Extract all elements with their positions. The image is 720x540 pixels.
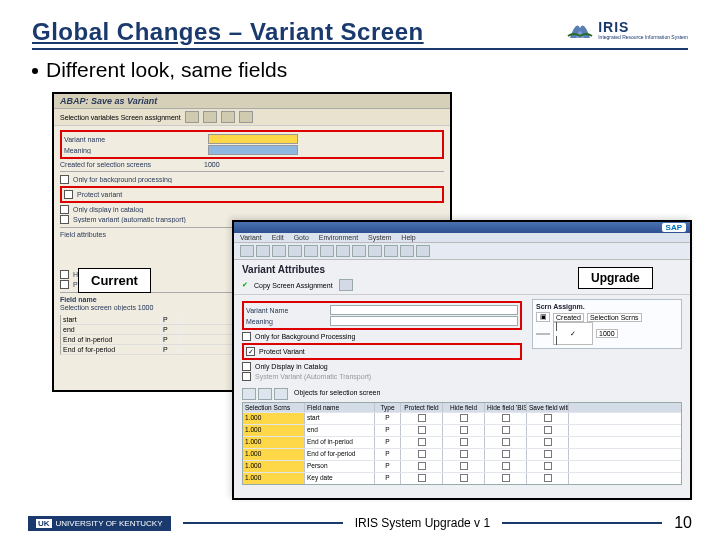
sa-col-created: Created [553,313,584,322]
table-row: End of in-period [61,335,161,344]
label-field-attrs: Field attributes [60,231,200,238]
grid-col: Hide field [443,403,485,412]
grid-col: Field name [305,403,375,412]
shot1-titlebar: ABAP: Save as Variant [54,94,450,109]
screenshot-upgrade: SAP Variant Edit Goto Environment System… [232,220,692,500]
icon-button[interactable] [336,245,350,257]
icon-button[interactable] [416,245,430,257]
toolbar-button[interactable] [203,111,217,123]
icon-button[interactable] [288,245,302,257]
iris-icon [566,18,594,40]
checkbox-checked[interactable] [556,322,590,345]
screen-assignment-box: Scrn Assignm. ▣ Created Selection Scrns … [532,299,682,349]
checkbox[interactable] [60,205,69,214]
sap-badge: SAP [662,223,686,232]
checkbox[interactable] [64,190,73,199]
icon-button[interactable] [240,245,254,257]
checkbox[interactable] [242,362,251,371]
highlight-protect: Protect variant [60,186,444,203]
menu-item[interactable]: System [368,234,391,241]
checkbox-checked[interactable] [246,347,255,356]
menu-item[interactable]: Variant [240,234,262,241]
menu-item[interactable]: Edit [272,234,284,241]
shot2-menubar: Variant Edit Goto Environment System Hel… [234,233,690,243]
menu-item[interactable]: Goto [294,234,309,241]
toolbar-button[interactable] [221,111,235,123]
grid-row: 1.000End of in-periodP [243,436,681,448]
logo-sub: Integrated Resource Information System [598,35,688,40]
upgrade-callout: Upgrade [578,267,653,289]
input-meaning-2[interactable] [330,316,518,326]
current-callout: Current [78,268,151,293]
label-catalog-2: Only Display in Catalog [255,363,328,370]
uk-badge: UK UNIVERSITY OF KENTUCKY [28,516,171,531]
bullet-item: Different look, same fields [32,58,688,82]
label-catalog: Only display in catalog [73,206,213,213]
grid-col: Selection Scrns [243,403,305,412]
checkbox[interactable] [60,215,69,224]
checkbox[interactable] [242,372,251,381]
grid-col: Protect field [401,403,443,412]
grid-button[interactable] [274,388,288,400]
logo-text: IRIS [598,19,688,35]
label-meaning: Meaning [64,147,204,154]
page-title: Global Changes – Variant Screen [32,18,424,46]
label-sysvar-2: System Variant (Automatic Transport) [255,373,371,380]
checkbox[interactable] [60,280,69,289]
uk-mark: UK [36,519,52,528]
page-number: 10 [674,514,692,532]
label-sysvar: System variant (automatic transport) [73,216,213,223]
toolbar-button[interactable] [185,111,199,123]
shot1-toolbar: Selection variables Screen assignment [54,109,450,126]
grid-button[interactable] [258,388,272,400]
icon-button[interactable] [384,245,398,257]
grid-toolbar: Objects for selection screen [242,386,682,402]
highlight-variant-name: Variant name Meaning [60,130,444,159]
grid-col: Type [375,403,401,412]
grid-row: 1.000Key dateP [243,472,681,484]
grid-row: 1.000PersonP [243,460,681,472]
uk-text: UNIVERSITY OF KENTUCKY [56,519,163,528]
icon-button[interactable] [352,245,366,257]
label-sel-scr: Selection screen objects 1000 [60,304,200,311]
table-row: start [61,315,161,324]
objects-label: Objects for selection screen [290,388,384,400]
label-variant-name: Variant name [64,136,204,143]
icon-button[interactable] [272,245,286,257]
label-variant-name-2: Variant Name [246,307,326,314]
table-row: end [61,325,161,334]
icon-button[interactable] [368,245,382,257]
grid-row: 1.000startP [243,412,681,424]
sub-label: Copy Screen Assignment [254,282,333,289]
checkbox[interactable] [60,270,69,279]
toolbar-text: Selection variables Screen assignment [60,114,181,121]
sa-check[interactable] [536,333,550,335]
highlight-variant-name-2: Variant Name Meaning [242,301,522,330]
label-field-name: Field name [60,296,200,303]
grid-row: 1.000endP [243,424,681,436]
grid-col: Hide field 'BIS' [485,403,527,412]
table-row: End of for-period [61,345,161,354]
menu-item[interactable]: Environment [319,234,358,241]
grid-button[interactable] [242,388,256,400]
bullet-icon [32,68,38,74]
checkbox[interactable] [242,332,251,341]
icon-button[interactable] [256,245,270,257]
iris-logo: IRIS Integrated Resource Information Sys… [566,18,688,40]
grid-row: 1.000End of for-periodP [243,448,681,460]
icon-button[interactable] [339,279,353,291]
icon-button[interactable] [400,245,414,257]
grid-col: Save field without values [527,403,569,412]
icon-button[interactable] [320,245,334,257]
input-variant-name[interactable] [208,134,298,144]
sa-expand[interactable]: ▣ [536,312,550,322]
input-meaning[interactable] [208,145,298,155]
icon-button[interactable] [304,245,318,257]
sa-col-scrns: Selection Scrns [587,313,642,322]
toolbar-button[interactable] [239,111,253,123]
input-variant-name-2[interactable] [330,305,518,315]
menu-item[interactable]: Help [401,234,415,241]
checkbox[interactable] [60,175,69,184]
label-bg-only: Only for background processing [73,176,213,183]
label-bg-only-2: Only for Background Processing [255,333,355,340]
